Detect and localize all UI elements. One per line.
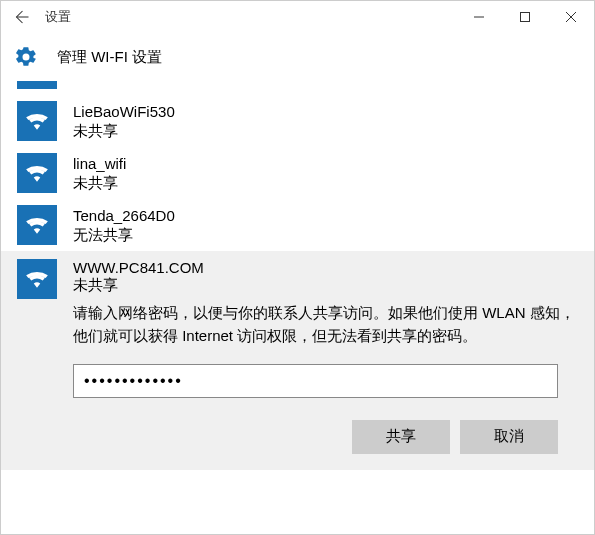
wifi-name: WWW.PC841.COM bbox=[73, 259, 578, 276]
window-title: 设置 bbox=[41, 8, 456, 26]
wifi-icon bbox=[17, 205, 57, 245]
wifi-network-item-selected[interactable]: WWW.PC841.COM 未共享 请输入网络密码，以便与你的联系人共享访问。如… bbox=[1, 251, 594, 470]
wifi-name: Tenda_2664D0 bbox=[73, 206, 175, 226]
close-icon bbox=[565, 11, 577, 23]
cancel-button[interactable]: 取消 bbox=[460, 420, 558, 454]
password-input[interactable] bbox=[73, 364, 558, 398]
wifi-network-item[interactable]: LieBaoWiFi530 未共享 bbox=[1, 95, 594, 147]
wifi-name: lina_wifi bbox=[73, 154, 126, 174]
maximize-button[interactable] bbox=[502, 1, 548, 33]
settings-icon bbox=[13, 44, 39, 70]
wifi-icon bbox=[17, 259, 57, 299]
wifi-network-list: LieBaoWiFi530 未共享 lina_wifi 未共享 Tenda_26… bbox=[1, 95, 594, 470]
minimize-button[interactable] bbox=[456, 1, 502, 33]
back-button[interactable] bbox=[1, 1, 41, 33]
wifi-network-item[interactable]: Tenda_2664D0 无法共享 bbox=[1, 199, 594, 251]
wifi-network-item[interactable]: lina_wifi 未共享 bbox=[1, 147, 594, 199]
wifi-status: 未共享 bbox=[73, 121, 175, 141]
page-header: 管理 WI-FI 设置 bbox=[1, 33, 594, 81]
wifi-status: 未共享 bbox=[73, 173, 126, 193]
wifi-icon bbox=[17, 101, 57, 141]
wifi-icon bbox=[17, 153, 57, 193]
wifi-status: 未共享 bbox=[73, 276, 578, 295]
wifi-icon bbox=[17, 81, 57, 89]
arrow-left-icon bbox=[12, 8, 30, 26]
share-button[interactable]: 共享 bbox=[352, 420, 450, 454]
wifi-status: 无法共享 bbox=[73, 225, 175, 245]
svg-rect-0 bbox=[521, 13, 530, 22]
close-button[interactable] bbox=[548, 1, 594, 33]
maximize-icon bbox=[519, 11, 531, 23]
titlebar: 设置 bbox=[1, 1, 594, 33]
wifi-name: LieBaoWiFi530 bbox=[73, 102, 175, 122]
wifi-network-item-partial[interactable] bbox=[1, 81, 594, 95]
minimize-icon bbox=[473, 11, 485, 23]
page-title: 管理 WI-FI 设置 bbox=[57, 48, 162, 67]
share-description: 请输入网络密码，以便与你的联系人共享访问。如果他们使用 WLAN 感知，他们就可… bbox=[73, 301, 578, 348]
